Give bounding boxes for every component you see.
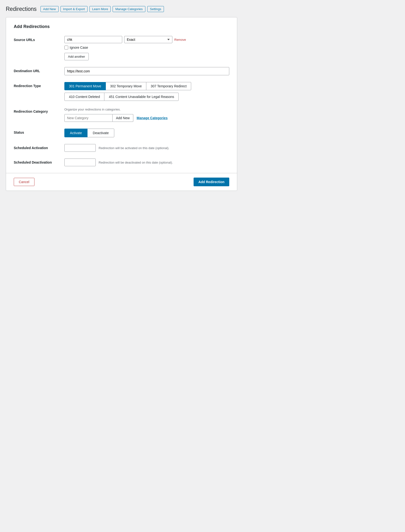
category-add-new-button[interactable]: Add New: [113, 114, 133, 122]
redirection-type-content: 301 Permanent Move 302 Temporary Move 30…: [64, 82, 229, 101]
destination-url-label: Destination URL: [14, 67, 64, 73]
card-title: Add Redirections: [14, 24, 229, 29]
manage-categories-link[interactable]: Manage Categories: [137, 116, 168, 120]
maint-code-410[interactable]: 410 Content Deleted: [64, 93, 104, 101]
scheduled-deactivation-content: Redirection will be deactivated on this …: [64, 159, 229, 166]
scheduled-activation-label: Scheduled Activation: [14, 144, 64, 150]
category-input-row: Add New Manage Categories: [64, 114, 229, 122]
scheduled-deactivation-input-row: Redirection will be deactivated on this …: [64, 159, 229, 166]
settings-button[interactable]: Settings: [147, 6, 164, 12]
redir-type-302[interactable]: 302 Temporary Move: [106, 82, 146, 90]
redir-type-301[interactable]: 301 Permanent Move: [64, 82, 106, 90]
scheduled-activation-row: Scheduled Activation Redirection will be…: [14, 144, 229, 152]
maint-code-451[interactable]: 451 Content Unavailable for Legal Reason…: [104, 93, 179, 101]
scheduled-deactivation-row: Scheduled Deactivation Redirection will …: [14, 159, 229, 166]
new-category-input[interactable]: [64, 114, 113, 122]
scheduled-activation-input-row: Redirection will be activated on this da…: [64, 144, 229, 152]
redirection-category-content: Organize your redirections in categories…: [64, 108, 229, 122]
add-new-button[interactable]: Add New: [40, 6, 59, 12]
page-title: Redirections: [6, 6, 37, 12]
scheduled-activation-hint: Redirection will be activated on this da…: [99, 146, 169, 150]
status-content: Activate Deactivate: [64, 129, 229, 137]
source-input-row: Exact Regex Start With Remove: [64, 36, 229, 43]
source-urls-label: Source URLs: [14, 36, 64, 42]
scheduled-deactivation-input[interactable]: [64, 159, 96, 166]
import-export-button[interactable]: Import & Export: [61, 6, 88, 12]
learn-more-button[interactable]: Learn More: [89, 6, 111, 12]
manage-categories-top-button[interactable]: Manage Categories: [113, 6, 145, 12]
status-label: Status: [14, 129, 64, 134]
scheduled-deactivation-label: Scheduled Deactivation: [14, 159, 64, 164]
scheduled-deactivation-hint: Redirection will be deactivated on this …: [99, 161, 173, 164]
ignore-case-checkbox[interactable]: [64, 46, 68, 49]
add-redirections-card: Add Redirections Source URLs Exact Regex…: [6, 17, 237, 191]
destination-url-input[interactable]: [64, 67, 229, 75]
top-bar: Redirections Add New Import & Export Lea…: [6, 6, 399, 12]
redirection-type-label: Redirection Type: [14, 82, 64, 88]
destination-url-row: Destination URL: [14, 67, 229, 75]
activate-button[interactable]: Activate: [64, 129, 88, 137]
ignore-case-row: Ignore Case: [64, 46, 229, 49]
match-type-select[interactable]: Exact Regex Start With: [124, 36, 172, 43]
category-description: Organize your redirections in categories…: [64, 108, 229, 111]
scheduled-activation-input[interactable]: [64, 144, 96, 152]
scheduled-activation-content: Redirection will be activated on this da…: [64, 144, 229, 152]
redirection-category-row: Redirection Category Organize your redir…: [14, 108, 229, 122]
deactivate-button[interactable]: Deactivate: [87, 129, 114, 137]
source-url-input[interactable]: [64, 36, 122, 43]
card-footer: Cancel Add Redirection: [6, 173, 237, 191]
status-row: Status Activate Deactivate: [14, 129, 229, 137]
maintenance-code-group: 410 Content Deleted 451 Content Unavaila…: [64, 93, 229, 101]
source-urls-row: Source URLs Exact Regex Start With Remov…: [14, 36, 229, 60]
add-another-button[interactable]: Add another: [64, 53, 89, 60]
redir-type-307[interactable]: 307 Temporary Redirect: [146, 82, 191, 90]
remove-link[interactable]: Remove: [174, 38, 186, 41]
redirection-type-row: Redirection Type 301 Permanent Move 302 …: [14, 82, 229, 101]
destination-url-content: [64, 67, 229, 75]
redirection-category-label: Redirection Category: [14, 108, 64, 113]
source-urls-content: Exact Regex Start With Remove Ignore Cas…: [64, 36, 229, 60]
cancel-button[interactable]: Cancel: [14, 178, 34, 186]
redirection-type-group: 301 Permanent Move 302 Temporary Move 30…: [64, 82, 229, 90]
add-redirection-button[interactable]: Add Redirection: [194, 178, 229, 186]
ignore-case-label: Ignore Case: [70, 46, 88, 49]
status-group: Activate Deactivate: [64, 129, 229, 137]
